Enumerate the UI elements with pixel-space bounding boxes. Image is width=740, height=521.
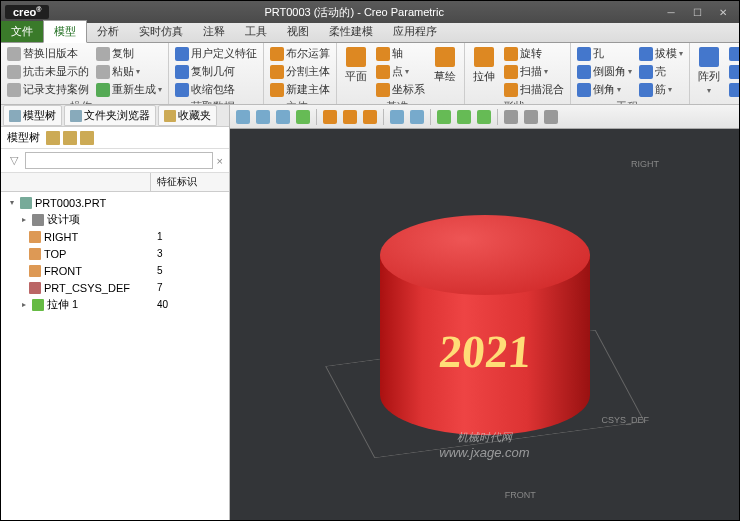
sidetab-favorites[interactable]: 收藏夹 (158, 105, 217, 126)
col-feature-id: 特征标识 (151, 173, 229, 191)
btn-replace-version[interactable]: 替换旧版本 (5, 45, 91, 62)
btn-sketch[interactable]: 草绘 (430, 45, 460, 98)
viewport-toolbar (230, 105, 739, 129)
label-csys: CSYS_DEF (601, 415, 649, 425)
vtb-zoomin[interactable] (254, 108, 272, 126)
tab-model[interactable]: 模型 (43, 20, 87, 43)
btn-mirror[interactable]: 镜像 (727, 81, 739, 98)
vtb-repaint[interactable] (294, 108, 312, 126)
sidetab-modeltree[interactable]: 模型树 (3, 105, 62, 126)
tab-view[interactable]: 视图 (277, 21, 319, 42)
sidetab-folders[interactable]: 文件夹浏览器 (64, 105, 156, 126)
tab-tools[interactable]: 工具 (235, 21, 277, 42)
ribbon-group-eng: 孔 倒圆角▾ 倒角▾ 拔模▾ 壳 筋▾ 工程 ▾ (571, 43, 690, 104)
btn-point[interactable]: 点▾ (374, 63, 427, 80)
btn-axis[interactable]: 轴 (374, 45, 427, 62)
vtb-sel1[interactable] (502, 108, 520, 126)
model-decal-text2: 2021 (380, 325, 590, 378)
tree-row-extrude[interactable]: ▸拉伸 140 (1, 296, 229, 313)
tab-analysis[interactable]: 分析 (87, 21, 129, 42)
btn-round[interactable]: 倒圆角▾ (575, 63, 634, 80)
tree-row-front[interactable]: FRONT5 (1, 262, 229, 279)
tree-row-design[interactable]: ▸设计项 (1, 211, 229, 228)
btn-hole[interactable]: 孔 (575, 45, 634, 62)
vtb-layers[interactable] (408, 108, 426, 126)
btn-copy[interactable]: 复制 (94, 45, 164, 62)
vtb-annot[interactable] (435, 108, 453, 126)
btn-shrinkwrap[interactable]: 收缩包络 (173, 81, 259, 98)
btn-pattern[interactable]: 阵列▾ (694, 45, 724, 98)
sidebar-tabs: 模型树 文件夹浏览器 收藏夹 (1, 105, 229, 127)
btn-csys[interactable]: 坐标系 (374, 81, 427, 98)
btn-rib[interactable]: 筋▾ (637, 81, 685, 98)
vtb-refit[interactable] (234, 108, 252, 126)
vtb-style[interactable] (475, 108, 493, 126)
btn-extrude[interactable]: 拉伸 (469, 45, 499, 98)
tree-title: 模型树 (7, 130, 40, 145)
tab-apps[interactable]: 应用程序 (383, 21, 447, 42)
vtb-datum[interactable] (388, 108, 406, 126)
tree-columns: 特征标识 (1, 173, 229, 192)
btn-sweepblend[interactable]: 扫描混合 (502, 81, 566, 98)
tree-settings-icon[interactable] (46, 131, 60, 145)
btn-regen[interactable]: 重新生成▾ (94, 81, 164, 98)
graphics-canvas[interactable]: Jcor 2021 RIGHT FRONT CSYS_DEF 机械时代网 www… (230, 129, 739, 520)
btn-plane[interactable]: 平面 (341, 45, 371, 98)
tab-annotate[interactable]: 注释 (193, 21, 235, 42)
ribbon-group-shape: 拉伸 旋转 扫描▾ 扫描混合 形状 ▾ (465, 43, 571, 104)
ribbon-group-datum: 平面 轴 点▾ 坐标系 草绘 基准 ▾ (337, 43, 465, 104)
ribbon-group-getdata: 用户定义特征 复制几何 收缩包络 获取数据 ▾ (169, 43, 264, 104)
vtb-zoomout[interactable] (274, 108, 292, 126)
tree-filter-icon[interactable] (63, 131, 77, 145)
vtb-sel2[interactable] (522, 108, 540, 126)
tree-filter-clear[interactable]: × (217, 155, 223, 167)
tree-row-right[interactable]: RIGHT1 (1, 228, 229, 245)
btn-newbody[interactable]: 新建主体 (268, 81, 332, 98)
vtb-saved[interactable] (341, 108, 359, 126)
viewport: Jcor 2021 RIGHT FRONT CSYS_DEF 机械时代网 www… (230, 105, 739, 520)
tab-flex[interactable]: 柔性建模 (319, 21, 383, 42)
work-area: 模型树 文件夹浏览器 收藏夹 模型树 ▽ × 特征标识 ▾PRT0003.PRT… (1, 105, 739, 520)
app-logo: creo® (5, 5, 49, 19)
btn-shell[interactable]: 壳 (637, 63, 685, 80)
btn-sweep[interactable]: 扫描▾ (502, 63, 566, 80)
vtb-persp[interactable] (361, 108, 379, 126)
tree-row-prt[interactable]: ▾PRT0003.PRT (1, 194, 229, 211)
vtb-shade[interactable] (321, 108, 339, 126)
maximize-button[interactable]: ☐ (685, 5, 709, 19)
vtb-clip[interactable] (455, 108, 473, 126)
label-front: FRONT (505, 490, 536, 500)
model-tree: ▾PRT0003.PRT ▸设计项 RIGHT1 TOP3 FRONT5 PRT… (1, 192, 229, 520)
close-button[interactable]: ✕ (711, 5, 735, 19)
title-bar: creo® PRT0003 (活动的) - Creo Parametric ─ … (1, 1, 739, 23)
btn-intersect[interactable]: 相交 (727, 63, 739, 80)
ribbon-group-edit: 阵列▾ 修剪 相交 镜像 延伸 偏移 加厚 编辑 ▾ (690, 43, 739, 104)
ribbon-tabs: 文件 模型 分析 实时仿真 注释 工具 视图 柔性建模 应用程序 (1, 23, 739, 43)
tree-filter-input[interactable] (25, 152, 213, 169)
btn-split[interactable]: 分割主体 (268, 63, 332, 80)
tab-simulation[interactable]: 实时仿真 (129, 21, 193, 42)
vtb-sel3[interactable] (542, 108, 560, 126)
minimize-button[interactable]: ─ (659, 5, 683, 19)
btn-chamfer[interactable]: 倒角▾ (575, 81, 634, 98)
tree-sort-icon[interactable] (80, 131, 94, 145)
ribbon-group-operations: 替换旧版本 抗击未显示的 记录支持案例 复制 粘贴▾ 重新生成▾ 操作 ▾ (1, 43, 169, 104)
window-controls: ─ ☐ ✕ (659, 5, 735, 19)
btn-hide[interactable]: 抗击未显示的 (5, 63, 91, 80)
btn-draft[interactable]: 拔模▾ (637, 45, 685, 62)
btn-trim[interactable]: 修剪 (727, 45, 739, 62)
btn-paste[interactable]: 粘贴▾ (94, 63, 164, 80)
btn-copygeom[interactable]: 复制几何 (173, 63, 259, 80)
tree-row-top[interactable]: TOP3 (1, 245, 229, 262)
ribbon: 替换旧版本 抗击未显示的 记录支持案例 复制 粘贴▾ 重新生成▾ 操作 ▾ 用户… (1, 43, 739, 105)
funnel-icon[interactable]: ▽ (7, 154, 21, 168)
label-right: RIGHT (631, 159, 659, 169)
tab-file[interactable]: 文件 (1, 21, 43, 42)
model-cylinder[interactable]: Jcor 2021 (380, 215, 590, 435)
btn-revolve[interactable]: 旋转 (502, 45, 566, 62)
btn-boolean[interactable]: 布尔运算 (268, 45, 332, 62)
ribbon-group-body: 布尔运算 分割主体 新建主体 主体 ▾ (264, 43, 337, 104)
btn-record-case[interactable]: 记录支持案例 (5, 81, 91, 98)
tree-row-csys[interactable]: PRT_CSYS_DEF7 (1, 279, 229, 296)
btn-udf[interactable]: 用户定义特征 (173, 45, 259, 62)
